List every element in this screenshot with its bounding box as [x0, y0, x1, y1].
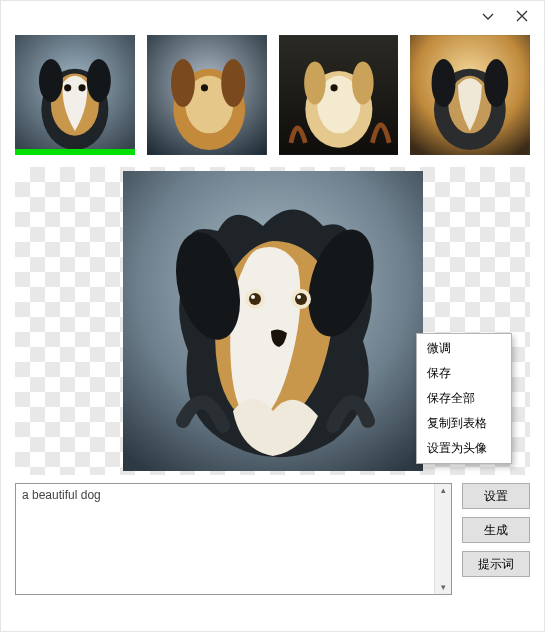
thumbnail-4[interactable]	[410, 35, 530, 155]
scrollbar[interactable]: ▴ ▾	[434, 484, 451, 594]
svg-point-18	[330, 84, 337, 91]
thumbnail-3[interactable]	[279, 35, 399, 155]
svg-point-5	[64, 84, 71, 91]
chevron-down-icon	[480, 8, 496, 24]
close-button[interactable]	[514, 8, 530, 24]
svg-point-23	[484, 59, 508, 107]
svg-point-22	[432, 59, 456, 107]
prompt-input[interactable]	[16, 484, 434, 594]
close-icon	[514, 8, 530, 24]
thumbnail-row	[1, 35, 544, 155]
svg-point-3	[39, 59, 63, 102]
dog-painting-icon	[279, 35, 399, 155]
generate-button[interactable]: 生成	[462, 517, 530, 543]
svg-point-11	[221, 59, 245, 107]
svg-point-10	[171, 59, 195, 107]
hint-button[interactable]: 提示词	[462, 551, 530, 577]
thumbnail-1[interactable]	[15, 35, 135, 155]
svg-point-16	[304, 61, 326, 104]
thumbnail-2[interactable]	[147, 35, 267, 155]
menu-item-save-all[interactable]: 保存全部	[417, 386, 511, 411]
scroll-up-icon[interactable]: ▴	[441, 486, 446, 495]
settings-button[interactable]: 设置	[462, 483, 530, 509]
svg-point-29	[251, 295, 255, 299]
menu-item-copy-to-grid[interactable]: 复制到表格	[417, 411, 511, 436]
svg-point-12	[201, 84, 208, 91]
minimize-button[interactable]	[480, 8, 496, 24]
svg-point-28	[249, 293, 261, 305]
titlebar	[1, 1, 544, 31]
prompt-box: ▴ ▾	[15, 483, 452, 595]
menu-item-set-avatar[interactable]: 设置为头像	[417, 436, 511, 461]
side-buttons: 设置 生成 提示词	[462, 483, 530, 577]
dog-painting-icon	[123, 171, 423, 471]
dog-painting-icon	[147, 35, 267, 155]
menu-item-save[interactable]: 保存	[417, 361, 511, 386]
bottom-panel: ▴ ▾ 设置 生成 提示词	[1, 483, 544, 609]
preview-image[interactable]	[123, 171, 423, 471]
dog-painting-icon	[410, 35, 530, 155]
context-menu: 微调 保存 保存全部 复制到表格 设置为头像	[416, 333, 512, 464]
menu-item-finetune[interactable]: 微调	[417, 336, 511, 361]
dog-painting-icon	[15, 35, 135, 155]
svg-point-4	[87, 59, 111, 102]
svg-point-32	[297, 295, 301, 299]
svg-point-6	[78, 84, 85, 91]
svg-point-17	[352, 61, 374, 104]
scroll-down-icon[interactable]: ▾	[441, 583, 446, 592]
svg-point-31	[295, 293, 307, 305]
